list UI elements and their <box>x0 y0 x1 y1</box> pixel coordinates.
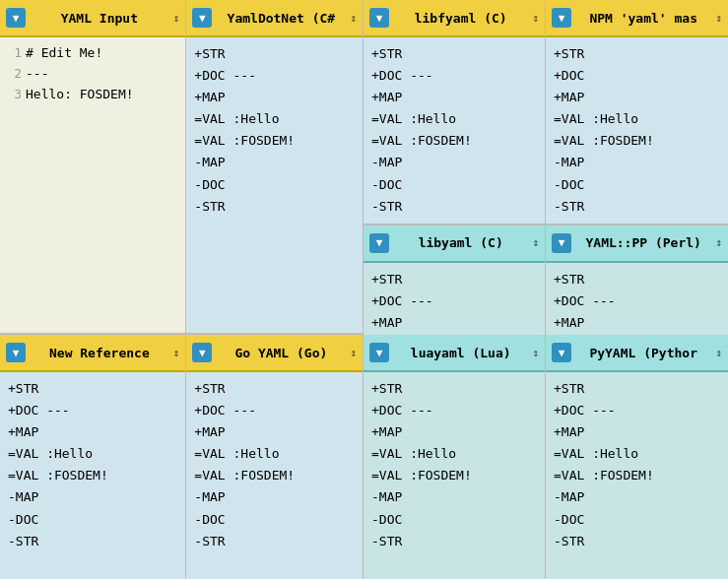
editor-line-1: 1 # Edit Me! <box>8 43 177 64</box>
yamldotnet-content: +STR +DOC --- +MAP =VAL :Hello =VAL :FOS… <box>186 37 363 333</box>
go-yaml-sort[interactable]: ⇕ <box>350 347 357 359</box>
col-yaml-input: ▼ YAML Input ⇕ 1 # Edit Me! 2 --- 3 Hell… <box>0 0 186 333</box>
new-reference-header: ▼ New Reference ⇕ <box>0 335 185 372</box>
yaml-pp-title: YAML::PP (Perl) <box>575 235 711 250</box>
npm-yaml-content: +STR +DOC +MAP =VAL :Hello =VAL :FOSDEM!… <box>546 37 728 224</box>
col-pyyaml: ▼ PyYAML (Pythor ⇕ +STR +DOC --- +MAP =V… <box>546 335 728 579</box>
yaml-pp-sort[interactable]: ⇕ <box>715 236 722 249</box>
pyyaml-title: PyYAML (Pythor <box>575 346 711 360</box>
luayaml-arrow[interactable]: ▼ <box>369 343 389 362</box>
luayaml-header: ▼ luayaml (Lua) ⇕ <box>364 335 545 372</box>
yamldotnet-arrow[interactable]: ▼ <box>192 8 212 28</box>
event-line: +DOC --- <box>194 65 355 87</box>
libyaml-header: ▼ libyaml (C) ⇕ <box>364 225 545 263</box>
go-yaml-arrow[interactable]: ▼ <box>192 343 212 362</box>
new-reference-arrow[interactable]: ▼ <box>6 343 26 362</box>
new-reference-sort[interactable]: ⇕ <box>173 347 180 359</box>
npm-yaml-sort[interactable]: ⇕ <box>715 12 722 25</box>
event-line: +MAP <box>194 87 355 108</box>
pyyaml-arrow[interactable]: ▼ <box>552 343 571 362</box>
go-yaml-title: Go YAML (Go) <box>216 346 346 360</box>
new-reference-title: New Reference <box>30 346 169 360</box>
event-line: +STR <box>194 43 355 65</box>
go-yaml-header: ▼ Go YAML (Go) ⇕ <box>186 335 363 372</box>
libfyaml-sort[interactable]: ⇕ <box>532 12 539 25</box>
event-line: =VAL :FOSDEM! <box>194 130 355 152</box>
event-line: -STR <box>194 196 355 218</box>
pyyaml-sort[interactable]: ⇕ <box>715 347 722 359</box>
bottom-right-top: ▼ luayaml (Lua) ⇕ +STR +DOC --- +MAP =VA… <box>364 335 728 579</box>
go-yaml-content: +STR +DOC --- +MAP =VAL :Hello =VAL :FOS… <box>186 372 363 579</box>
luayaml-sort[interactable]: ⇕ <box>532 347 539 359</box>
libyaml-sort[interactable]: ⇕ <box>532 236 539 249</box>
col-npm-yaml: ▼ NPM 'yaml' mas ⇕ +STR +DOC +MAP =VAL :… <box>546 0 728 224</box>
yaml-pp-arrow[interactable]: ▼ <box>552 233 571 253</box>
libfyaml-arrow[interactable]: ▼ <box>369 8 389 28</box>
libyaml-arrow[interactable]: ▼ <box>369 233 389 253</box>
yamldotnet-sort[interactable]: ⇕ <box>350 12 357 25</box>
yaml-input-arrow[interactable]: ▼ <box>6 8 26 28</box>
yaml-input-title: YAML Input <box>30 11 169 26</box>
libyaml-title: libyaml (C) <box>393 235 528 250</box>
luayaml-content: +STR +DOC --- +MAP =VAL :Hello =VAL :FOS… <box>364 372 545 579</box>
event-line: -MAP <box>194 152 355 173</box>
libfyaml-content: +STR +DOC --- +MAP =VAL :Hello =VAL :FOS… <box>364 37 545 224</box>
event-line: =VAL :Hello <box>194 108 355 130</box>
npm-yaml-header: ▼ NPM 'yaml' mas ⇕ <box>546 0 728 37</box>
main-layout: ▼ YAML Input ⇕ 1 # Edit Me! 2 --- 3 Hell… <box>0 0 728 579</box>
yaml-input-sort[interactable]: ⇕ <box>173 12 180 25</box>
col-libfyaml: ▼ libfyaml (C) ⇕ +STR +DOC --- +MAP =VAL… <box>364 0 546 224</box>
pyyaml-content: +STR +DOC --- +MAP =VAL :Hello =VAL :FOS… <box>546 372 728 579</box>
col-yamldotnet: ▼ YamlDotNet (C# ⇕ +STR +DOC --- +MAP =V… <box>186 0 364 333</box>
right-top: ▼ libfyaml (C) ⇕ +STR +DOC --- +MAP =VAL… <box>364 0 728 225</box>
editor-line-2: 2 --- <box>8 64 177 85</box>
event-line: -DOC <box>194 174 355 196</box>
npm-yaml-arrow[interactable]: ▼ <box>552 8 571 28</box>
libfyaml-title: libfyaml (C) <box>393 11 528 26</box>
top-section: ▼ YAML Input ⇕ 1 # Edit Me! 2 --- 3 Hell… <box>0 0 728 335</box>
yaml-input-content[interactable]: 1 # Edit Me! 2 --- 3 Hello: FOSDEM! <box>0 37 185 333</box>
luayaml-title: luayaml (Lua) <box>393 346 528 360</box>
col-go-yaml: ▼ Go YAML (Go) ⇕ +STR +DOC --- +MAP =VAL… <box>186 335 364 579</box>
yaml-input-header: ▼ YAML Input ⇕ <box>0 0 185 37</box>
bottom-section: ▼ New Reference ⇕ +STR +DOC --- +MAP =VA… <box>0 335 728 579</box>
right-bottom-split: ▼ luayaml (Lua) ⇕ +STR +DOC --- +MAP =VA… <box>364 335 728 579</box>
libfyaml-header: ▼ libfyaml (C) ⇕ <box>364 0 545 37</box>
editor-line-3: 3 Hello: FOSDEM! <box>8 85 177 105</box>
npm-yaml-title: NPM 'yaml' mas <box>575 11 711 26</box>
col-luayaml: ▼ luayaml (Lua) ⇕ +STR +DOC --- +MAP =VA… <box>364 335 546 579</box>
right-split: ▼ libfyaml (C) ⇕ +STR +DOC --- +MAP =VAL… <box>364 0 728 333</box>
pyyaml-header: ▼ PyYAML (Pythor ⇕ <box>546 335 728 372</box>
yaml-pp-header: ▼ YAML::PP (Perl) ⇕ <box>546 225 728 263</box>
yamldotnet-title: YamlDotNet (C# <box>216 11 346 26</box>
col-new-reference: ▼ New Reference ⇕ +STR +DOC --- +MAP =VA… <box>0 335 186 579</box>
new-reference-content: +STR +DOC --- +MAP =VAL :Hello =VAL :FOS… <box>0 372 185 579</box>
yamldotnet-header: ▼ YamlDotNet (C# ⇕ <box>186 0 363 37</box>
